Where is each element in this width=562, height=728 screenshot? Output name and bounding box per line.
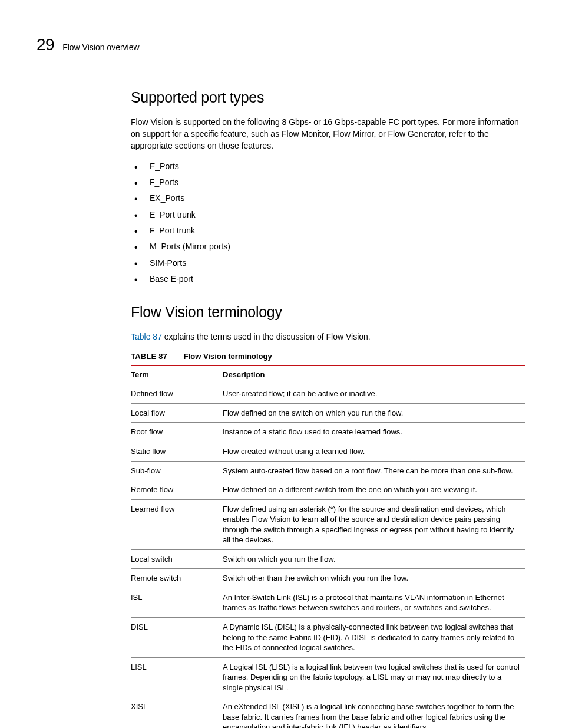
cross-reference-link[interactable]: Table 87	[131, 332, 162, 341]
running-title: Flow Vision overview	[62, 41, 139, 53]
desc-cell: System auto-created flow based on a root…	[223, 461, 525, 480]
table-row: Defined flowUser-created flow; it can be…	[131, 384, 525, 404]
term-cell: Root flow	[131, 423, 223, 442]
table-row: Sub-flowSystem auto-created flow based o…	[131, 461, 525, 480]
list-item: E_Ports	[131, 160, 525, 172]
port-type-list: E_PortsF_PortsEX_PortsE_Port trunkF_Port…	[131, 160, 525, 285]
section-heading: Flow Vision terminology	[131, 301, 525, 322]
desc-cell: Instance of a static flow used to create…	[223, 423, 525, 442]
desc-cell: Flow defined using an asterisk (*) for t…	[223, 499, 525, 549]
list-item: F_Port trunk	[131, 225, 525, 236]
table-row: LISLA Logical ISL (LISL) is a logical li…	[131, 657, 525, 697]
section-intro: Flow Vision is supported on the followin…	[131, 116, 525, 152]
table-row: Remote flowFlow defined on a different s…	[131, 480, 525, 500]
desc-cell: Flow defined on a different switch from …	[223, 480, 525, 500]
desc-cell: Switch other than the switch on which yo…	[223, 569, 525, 588]
table-row: ISLAn Inter-Switch Link (ISL) is a proto…	[131, 588, 525, 617]
list-item: E_Port trunk	[131, 209, 525, 220]
chapter-number: 29	[37, 33, 54, 57]
desc-cell: Switch on which you run the flow.	[223, 549, 525, 569]
term-cell: XISL	[131, 697, 223, 728]
term-cell: Local flow	[131, 403, 223, 423]
desc-cell: Flow created without using a learned flo…	[223, 442, 525, 461]
table-row: DISLA Dynamic ISL (DISL) is a physically…	[131, 618, 525, 658]
term-cell: Sub-flow	[131, 461, 223, 480]
column-header-term: Term	[131, 365, 223, 384]
desc-cell: An Inter-Switch Link (ISL) is a protocol…	[223, 588, 525, 617]
column-header-desc: Description	[223, 365, 525, 384]
term-cell: Static flow	[131, 442, 223, 461]
desc-cell: User-created flow; it can be active or i…	[223, 384, 525, 404]
term-cell: Learned flow	[131, 499, 223, 549]
page-content: Supported port types Flow Vision is supp…	[131, 87, 525, 728]
table-row: Root flowInstance of a static flow used …	[131, 423, 525, 442]
table-row: XISLAn eXtended ISL (XISL) is a logical …	[131, 697, 525, 728]
list-item: SIM-Ports	[131, 257, 525, 269]
section-heading: Supported port types	[131, 87, 525, 108]
table-title: Flow Vision terminology	[184, 352, 272, 361]
list-item: M_Ports (Mirror ports)	[131, 241, 525, 252]
table-row: Local flowFlow defined on the switch on …	[131, 403, 525, 423]
term-cell: Remote flow	[131, 480, 223, 500]
desc-cell: A Logical ISL (LISL) is a logical link b…	[223, 657, 525, 697]
term-cell: Remote switch	[131, 569, 223, 588]
desc-cell: A Dynamic ISL (DISL) is a physically-con…	[223, 618, 525, 658]
table-caption: TABLE 87 Flow Vision terminology	[131, 351, 525, 363]
running-header: 29 Flow Vision overview	[37, 33, 525, 57]
term-cell: ISL	[131, 588, 223, 617]
table-row: Learned flowFlow defined using an asteri…	[131, 499, 525, 549]
desc-cell: An eXtended ISL (XISL) is a logical link…	[223, 697, 525, 728]
table-row: Static flowFlow created without using a …	[131, 442, 525, 461]
list-item: EX_Ports	[131, 192, 525, 204]
table-label: TABLE 87	[131, 352, 167, 361]
term-cell: Local switch	[131, 549, 223, 569]
term-cell: Defined flow	[131, 384, 223, 404]
terminology-table: Term Description Defined flowUser-create…	[131, 365, 525, 729]
term-cell: LISL	[131, 657, 223, 697]
intro-rest: explains the terms used in the discussio…	[162, 332, 371, 341]
table-row: Remote switchSwitch other than the switc…	[131, 569, 525, 588]
list-item: F_Ports	[131, 176, 525, 188]
desc-cell: Flow defined on the switch on which you …	[223, 403, 525, 423]
list-item: Base E-port	[131, 273, 525, 285]
table-row: Local switchSwitch on which you run the …	[131, 549, 525, 569]
section-intro: Table 87 explains the terms used in the …	[131, 331, 525, 342]
term-cell: DISL	[131, 618, 223, 658]
